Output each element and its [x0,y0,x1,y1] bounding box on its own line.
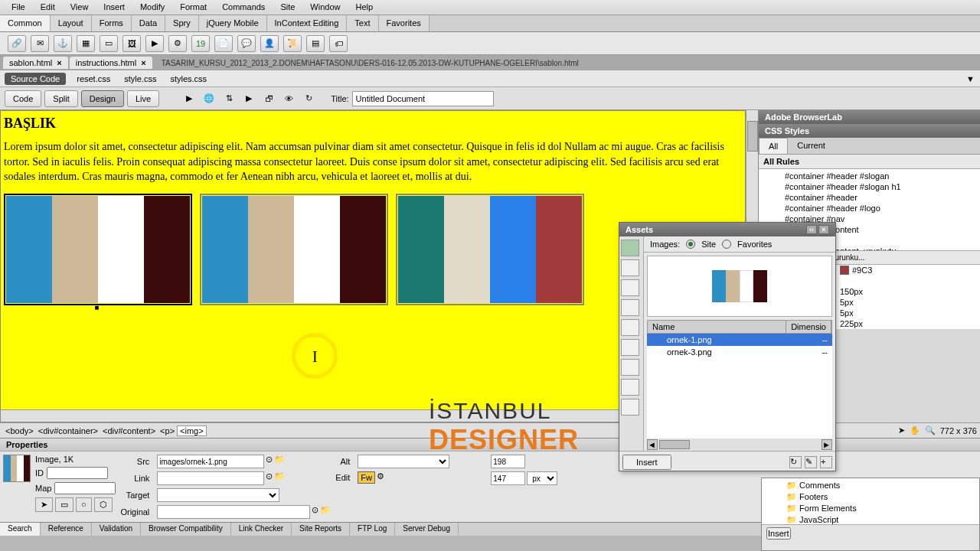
tree-item[interactable]: 📁 Footers [763,491,978,503]
zoom-icon[interactable]: 🔍 [925,425,936,435]
tab-server-debug[interactable]: Server Debug [395,523,459,536]
tab-validation[interactable]: Validation [92,523,141,536]
css-tab-current[interactable]: Current [788,138,835,154]
script-icon[interactable]: 📜 [283,35,302,52]
insert-snippet-button[interactable]: Insert [766,527,791,540]
close-icon[interactable]: × [818,225,829,234]
css-rule[interactable]: #container #header #slogan h1 [762,181,977,192]
head-icon[interactable]: 👤 [260,35,279,52]
link-input[interactable] [157,471,264,485]
file-tab-sablon[interactable]: sablon.html × [3,57,68,69]
site-radio[interactable] [686,240,695,249]
map-input[interactable] [54,482,116,494]
tab-reference[interactable]: Reference [41,523,92,536]
server-include-icon[interactable]: 📄 [214,35,233,52]
hand-icon[interactable]: ✋ [910,425,920,435]
refresh-icon[interactable]: ↻ [300,91,317,106]
anchor-icon[interactable]: ⚓ [54,35,72,52]
file-mgmt-icon[interactable]: ⇅ [220,91,237,106]
menu-window[interactable]: Window [302,0,348,15]
favorites-radio[interactable] [722,240,731,249]
templates-icon[interactable]: ▤ [306,35,325,52]
assets-list[interactable]: ornek-1.png-- ornek-3.png-- [647,334,832,439]
menu-modify[interactable]: Modify [132,0,172,15]
menu-site[interactable]: Site [273,0,302,15]
filter-icon[interactable]: ▼ [963,73,975,85]
menu-edit[interactable]: Edit [33,0,63,15]
tab-data[interactable]: Data [132,15,165,31]
css-rule[interactable]: #container #header #logo [762,203,977,214]
tab-link-checker[interactable]: Link Checker [231,523,292,536]
collapse-icon[interactable]: ‹‹ [806,225,817,234]
tree-item[interactable]: 📁 JavaScript [763,514,978,524]
tree-item[interactable]: 📁 Comments [763,480,978,491]
tab-ftp-log[interactable]: FTP Log [350,523,395,536]
date-icon[interactable]: 19 [191,35,210,52]
tag-content[interactable]: <div#content> [100,426,158,435]
edit-asset-icon[interactable]: ✎ [805,456,817,468]
assets-templates-icon[interactable] [621,379,639,396]
view-options-icon[interactable]: 👁 [280,91,297,106]
edit-settings-icon[interactable]: ⚙ [377,471,384,484]
swatch-image-3[interactable] [396,194,584,305]
original-input[interactable] [157,505,310,519]
insert-asset-button[interactable]: Insert [622,455,671,470]
col-dimensions[interactable]: Dimensio [786,321,831,333]
browserlab-panel-header[interactable]: Adobe BrowserLab [759,110,980,124]
asset-row[interactable]: ornek-1.png-- [647,334,832,346]
tab-favorites[interactable]: Favorites [379,15,430,31]
view-split-button[interactable]: Split [44,90,77,107]
oval-hotspot-icon[interactable]: ○ [76,497,92,512]
asset-row[interactable]: ornek-3.png-- [647,346,832,358]
tab-forms[interactable]: Forms [92,15,132,31]
css-styles-panel-header[interactable]: CSS Styles [759,124,980,138]
tag-p[interactable]: <p> [158,426,177,435]
target-select[interactable] [157,488,279,502]
assets-movies-icon[interactable] [621,339,639,356]
rect-hotspot-icon[interactable]: ▭ [55,497,74,512]
tab-site-reports[interactable]: Site Reports [292,523,350,536]
view-code-button[interactable]: Code [5,90,41,107]
css-rule[interactable]: #container #header #slogan [762,171,977,181]
div-icon[interactable]: ▭ [100,35,118,52]
tab-jquery[interactable]: jQuery Mobile [199,15,267,31]
assets-flash-icon[interactable] [621,299,639,316]
height-input[interactable] [491,471,525,485]
browse-icon[interactable]: 📁 [274,455,285,468]
browse-icon[interactable]: 📁 [274,471,285,485]
assets-shockwave-icon[interactable] [621,319,639,336]
close-tab-icon[interactable]: × [141,58,145,67]
hyperlink-icon[interactable]: 🔗 [8,35,26,52]
tab-incontext[interactable]: InContext Editing [267,15,348,31]
tab-browser-compat[interactable]: Browser Compatibility [141,523,231,536]
file-tab-instructions[interactable]: instructions.html × [70,57,152,69]
view-live-button[interactable]: Live [127,90,159,107]
close-tab-icon[interactable]: × [57,58,61,67]
add-favorite-icon[interactable]: + [820,456,832,468]
email-link-icon[interactable]: ✉ [31,35,49,52]
menu-commands[interactable]: Commands [214,0,273,15]
swatch-image-1[interactable] [4,194,192,305]
tag-chooser-icon[interactable]: 🏷 [329,35,348,52]
edit-fireworks-icon[interactable]: Fw [358,471,375,484]
tab-layout[interactable]: Layout [51,15,92,31]
tag-img[interactable]: <img> [177,425,207,436]
menu-format[interactable]: Format [172,0,214,15]
width-input[interactable] [491,455,525,468]
alt-input[interactable] [358,455,449,468]
assets-colors-icon[interactable] [621,259,639,276]
poly-hotspot-icon[interactable]: ⬡ [94,497,113,512]
tab-text[interactable]: Text [347,15,378,31]
browse-icon[interactable]: 📁 [320,505,331,519]
css-rule[interactable]: #container #header [762,192,977,203]
menu-insert[interactable]: Insert [96,0,132,15]
source-code-button[interactable]: Source Code [5,73,66,85]
tree-item[interactable]: 📁 Form Elements [763,503,978,514]
pointer-icon[interactable]: ➤ [898,425,905,435]
assets-library-icon[interactable] [621,399,639,416]
menu-file[interactable]: File [4,0,33,15]
view-design-button[interactable]: Design [81,90,124,107]
image-icon[interactable]: 🖼 [122,35,141,52]
widget-icon[interactable]: ⚙ [168,35,187,52]
title-input[interactable] [352,91,494,106]
